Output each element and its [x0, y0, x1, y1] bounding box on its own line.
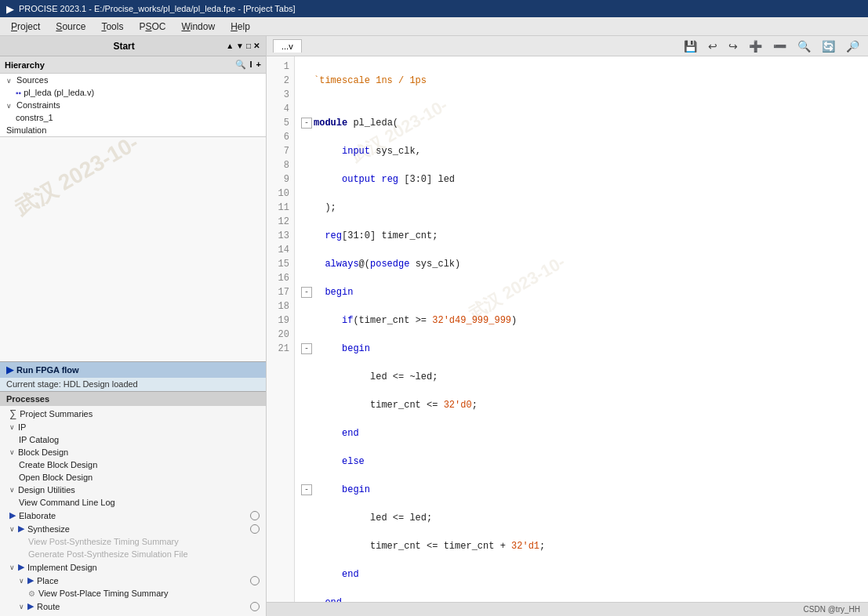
code-text: [314, 426, 342, 440]
proc-view-route-timing[interactable]: ⚙ View Post-Route Timing Summary: [0, 613, 266, 616]
proc-view-place-timing[interactable]: ⚙ View Post-Place Timing Summary: [0, 587, 266, 600]
fold-icon-11[interactable]: -: [301, 343, 312, 354]
code-text: sys_clk): [409, 257, 460, 271]
proc-elaborate[interactable]: ▶ Elaborate: [0, 509, 266, 522]
ln-7: 7: [271, 144, 289, 158]
place-arrow: ∨: [19, 577, 24, 585]
code-line-12: led <= ~led;: [301, 370, 862, 384]
save-icon[interactable]: 💾: [681, 39, 699, 53]
titlebar: ▶ PROCISE 2023.1 - E:/Procise_works/pl_l…: [0, 0, 868, 17]
ln-14: 14: [271, 243, 289, 257]
tree-simulation[interactable]: Simulation: [0, 124, 266, 136]
statusbar: CSDN @try_HH: [267, 602, 868, 616]
hierarchy-header-icons: 🔍 I +: [235, 60, 262, 70]
start-restore-icon[interactable]: □: [246, 42, 251, 50]
code-line-7: reg[31:0] timer_cnt;: [301, 229, 862, 243]
code-line-10: if(timer_cnt >= 32'd49_999_999): [301, 313, 862, 328]
code-text: [314, 455, 342, 469]
ln-1: 1: [271, 60, 289, 74]
place-timing-gear-icon: ⚙: [28, 589, 35, 598]
sigma-icon: ∑: [9, 408, 16, 419]
tree-constraints[interactable]: ∨ Constraints: [0, 99, 266, 111]
hierarchy-cursor-icon[interactable]: I: [250, 60, 252, 70]
code-text: [314, 313, 342, 328]
proc-label: IP Catalog: [19, 435, 59, 444]
synth-run-icon: ▶: [18, 524, 24, 534]
tree-constrs1[interactable]: constrs_1: [0, 111, 266, 124]
code-text: end: [314, 596, 342, 602]
code-text: ;: [539, 539, 545, 553]
hierarchy-search-icon[interactable]: 🔍: [235, 60, 246, 70]
main-layout: Start ▲ ▼ □ ✕ Hierarchy 🔍 I + ∨ Sources: [0, 36, 868, 616]
proc-place[interactable]: ∨ ▶ Place: [0, 574, 266, 587]
proc-synthesize[interactable]: ∨ ▶ Synthesize: [0, 522, 266, 535]
replace-icon[interactable]: 🔄: [819, 39, 837, 53]
zoom-in-icon[interactable]: ➕: [746, 39, 764, 53]
statusbar-label: CSDN @try_HH: [804, 605, 860, 614]
start-up-icon[interactable]: ▲: [226, 42, 234, 50]
block-design-arrow: ∨: [9, 448, 15, 456]
code-text: ;: [472, 398, 478, 412]
tree-plleda[interactable]: ▪▪ pl_leda (pl_leda.v): [0, 86, 266, 99]
zoom-out-icon[interactable]: ➖: [771, 39, 789, 53]
menu-source[interactable]: Source: [48, 20, 93, 34]
proc-ip-catalog[interactable]: IP Catalog: [0, 433, 266, 446]
menu-window[interactable]: Window: [173, 20, 223, 34]
code-text: led <= ~led;: [314, 370, 438, 384]
fold-icon-9[interactable]: -: [301, 287, 312, 298]
code-text: 32'd49_999_999: [432, 313, 511, 328]
proc-create-block[interactable]: Create Block Design: [0, 458, 266, 471]
proc-implement[interactable]: ∨ ▶ Implement Design: [0, 560, 266, 574]
menu-tools[interactable]: Tools: [93, 20, 131, 34]
hierarchy-add-icon[interactable]: +: [256, 60, 261, 70]
proc-label: Generate Post-Synthesize Simulation File: [28, 549, 188, 559]
code-text: [31:0] timer_cnt;: [342, 229, 438, 243]
ln-3: 3: [271, 88, 289, 102]
code-text: 32'd0: [444, 398, 472, 412]
code-text: `timescale 1ns / 1ps: [314, 74, 427, 88]
search-icon[interactable]: 🔍: [795, 39, 813, 53]
ln-16: 16: [271, 271, 289, 285]
proc-block-design[interactable]: ∨ Block Design: [0, 446, 266, 458]
proc-open-block[interactable]: Open Block Design: [0, 471, 266, 484]
synthesize-radio[interactable]: [250, 524, 260, 534]
code-text: 32'd1: [511, 539, 539, 553]
undo-icon[interactable]: ↩: [706, 39, 720, 53]
proc-design-utilities[interactable]: ∨ Design Utilities: [0, 484, 266, 496]
code-line-3: -module pl_leda(: [301, 116, 862, 130]
proc-ip[interactable]: ∨ IP: [0, 421, 266, 433]
start-down-icon[interactable]: ▼: [236, 42, 244, 50]
proc-label: Project Summaries: [20, 409, 93, 419]
menu-psoc[interactable]: PSOC: [131, 20, 173, 34]
code-text: if: [342, 313, 353, 328]
redo-icon[interactable]: ↪: [726, 39, 740, 53]
menu-help[interactable]: Help: [223, 20, 258, 34]
menu-project[interactable]: Project: [3, 20, 48, 34]
route-radio[interactable]: [250, 602, 260, 611]
proc-route[interactable]: ∨ ▶ Route: [0, 600, 266, 613]
proc-project-summaries[interactable]: ∑ Project Summaries: [0, 406, 266, 421]
run-fpga-header[interactable]: ▶ Run FPGA flow: [0, 362, 266, 378]
find-next-icon[interactable]: 🔎: [844, 39, 862, 53]
elaborate-radio[interactable]: [250, 511, 260, 520]
ln-8: 8: [271, 158, 289, 172]
code-text: );: [314, 201, 336, 215]
ln-6: 6: [271, 130, 289, 144]
code-content[interactable]: `timescale 1ns / 1ps -module pl_leda( in…: [295, 56, 868, 602]
line-numbers: 1 2 3 4 5 6 7 8 9 10 11 12 13 14 15 16 1…: [267, 56, 295, 602]
proc-view-cmd-log[interactable]: View Command Line Log: [0, 496, 266, 509]
tree-sources[interactable]: ∨ Sources: [0, 74, 266, 86]
processes-label: Processes: [6, 394, 49, 404]
synth-arrow: ∨: [9, 525, 15, 533]
place-radio[interactable]: [250, 576, 260, 585]
fold-icon-16[interactable]: -: [301, 484, 312, 495]
code-text: else: [342, 455, 365, 469]
proc-view-synth-timing: View Post-Synthesize Timing Summary: [0, 535, 266, 548]
processes-section: Processes ∑ Project Summaries ∨ IP IP Ca…: [0, 392, 266, 616]
code-text: [3:0] led: [398, 172, 455, 187]
code-line-6: );: [301, 201, 862, 215]
start-close-icon[interactable]: ✕: [253, 42, 260, 50]
fold-icon-3[interactable]: -: [301, 118, 312, 129]
code-line-13: timer_cnt <= 32'd0;: [301, 398, 862, 412]
editor-tab[interactable]: ...v: [273, 39, 302, 53]
